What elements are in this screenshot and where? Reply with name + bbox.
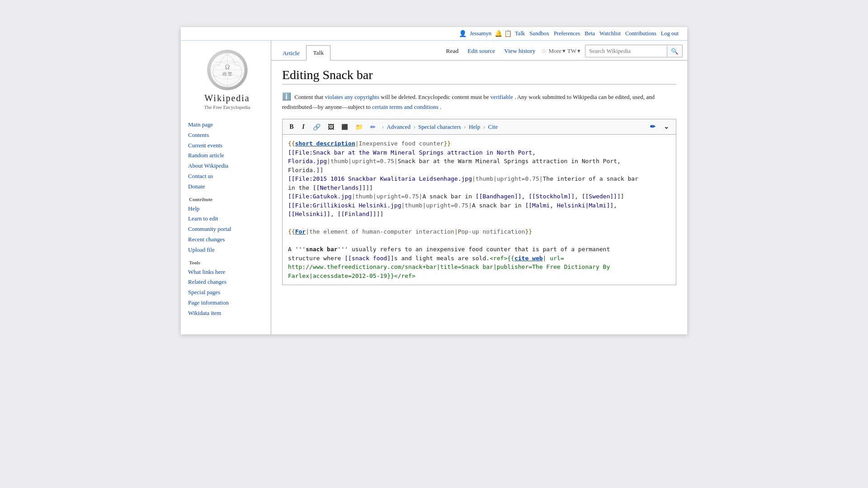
toolbar-sep-1: ›: [382, 123, 384, 131]
sidebar-item-help[interactable]: Help: [188, 204, 271, 214]
tw-button[interactable]: More ▾: [549, 47, 566, 55]
code-line-9: [[Helsinki]], [[Finland]]]]: [288, 210, 670, 219]
sidebar-item-random-article[interactable]: Random article: [188, 150, 271, 161]
sidebar-item-wikidata[interactable]: Wikidata item: [188, 308, 271, 319]
sidebar-item-about[interactable]: About Wikipedia: [188, 161, 271, 171]
tab-edit-source[interactable]: Edit source: [464, 45, 499, 57]
sidebar-item-what-links-here[interactable]: What links here: [188, 267, 271, 277]
top-bar: 👤 Jessamyn 🔔 📋 Talk Sandbox Preferences …: [181, 27, 687, 41]
wikipedia-logo: Ω 維 繁: [207, 50, 248, 90]
tabs-bar: Article Talk Read Edit source View histo…: [271, 41, 687, 61]
tw-selector[interactable]: TW ▾: [567, 47, 580, 55]
code-line-15: http://www.thefreedictionary.com/snack+b…: [288, 263, 670, 272]
sidebar-item-related-changes[interactable]: Related changes: [188, 277, 271, 287]
tab-talk[interactable]: Talk: [306, 45, 330, 61]
main-layout: Ω 維 繁 Wikipedia The Free Encyclopedia Ma…: [181, 41, 687, 334]
notice-text-4: .: [440, 103, 441, 110]
tools-section: Tools What links here Related changes Sp…: [188, 260, 271, 319]
code-line-11: {{For|the element of human-computer inte…: [288, 227, 670, 236]
toolbar-sep-4: ›: [483, 123, 485, 131]
bell-icon[interactable]: 🔔: [495, 30, 502, 38]
tw-label: More: [549, 47, 561, 55]
toolbar-advanced[interactable]: Advanced: [387, 123, 410, 131]
svg-text:維 繁: 維 繁: [222, 71, 232, 76]
code-line-6: in the [[Netherlands]]]]: [288, 183, 670, 192]
tools-title: Tools: [188, 260, 271, 265]
star-icon[interactable]: ☆: [541, 47, 547, 55]
notice-link-terms[interactable]: certain terms and conditions: [372, 103, 439, 110]
preferences-link[interactable]: Preferences: [554, 30, 580, 37]
toolbar-sep-2: ›: [413, 123, 415, 131]
code-line-16: Farlex|accessdate=2012-05-19}}</ref>: [288, 272, 670, 281]
notice-link-copyrights[interactable]: violates any copyrights: [325, 94, 379, 100]
toolbar-italic[interactable]: I: [298, 122, 309, 132]
search-box[interactable]: 🔍: [585, 45, 683, 57]
user-icon: 👤: [459, 30, 467, 38]
sidebar-item-current-events[interactable]: Current events: [188, 141, 271, 151]
sidebar-item-page-information[interactable]: Page information: [188, 298, 271, 308]
logout-link[interactable]: Log out: [661, 30, 679, 37]
toolbar-right: ✏ ⌄: [647, 121, 672, 132]
tab-view-history[interactable]: View history: [500, 45, 539, 57]
sidebar-item-upload-file[interactable]: Upload file: [188, 245, 271, 255]
search-input[interactable]: [585, 47, 667, 56]
sidebar-item-main-page[interactable]: Main page: [188, 120, 271, 130]
content-area: Article Talk Read Edit source View histo…: [271, 41, 687, 334]
toolbar-link[interactable]: 🔗: [310, 122, 324, 132]
sidebar-logo: Ω 維 繁 Wikipedia The Free Encyclopedia: [188, 45, 271, 116]
talk-link[interactable]: Talk: [515, 30, 525, 37]
toolbar-help[interactable]: Help: [469, 123, 480, 131]
nav-section: Main page Contents Current events Random…: [188, 120, 271, 192]
edit-toolbar: B I 🔗 🖼 ⬛ 📁 ✏ › Advanced › Special chara…: [282, 119, 676, 134]
code-line-2: [[File:Snack bar at the Warm Mineral Spr…: [288, 148, 670, 157]
code-line-1: {{short description|Inexpensive food cou…: [288, 139, 670, 148]
sidebar-item-learn-to-edit[interactable]: Learn to edit: [188, 214, 271, 224]
code-line-14: structure where [[snack food]]s and ligh…: [288, 254, 670, 263]
page-title: Editing Snack bar: [282, 68, 676, 84]
contribute-title: Contribute: [188, 197, 271, 202]
more-chevron-icon: ▾: [562, 47, 566, 55]
code-line-10: [288, 219, 670, 228]
watchlist-link[interactable]: Watchlist: [599, 30, 621, 37]
page-content: Editing Snack bar ℹ️ Content that violat…: [271, 61, 687, 334]
tab-read[interactable]: Read: [442, 45, 462, 57]
code-line-13: A '''snack bar''' usually refers to an i…: [288, 245, 670, 254]
notice-text-1: Content that: [294, 94, 325, 100]
sidebar-item-donate[interactable]: Donate: [188, 182, 271, 192]
code-line-5: [[File:2015 1016 Snackbar Kwalitaria Lei…: [288, 174, 670, 183]
sidebar-item-recent-changes[interactable]: Recent changes: [188, 235, 271, 245]
tab-article[interactable]: Article: [276, 46, 306, 61]
site-name: Wikipedia: [204, 93, 250, 103]
toolbar-media[interactable]: ⬛: [338, 122, 351, 132]
search-button[interactable]: 🔍: [667, 46, 682, 56]
toolbar-cite[interactable]: Cite: [488, 123, 498, 131]
sidebar: Ω 維 繁 Wikipedia The Free Encyclopedia Ma…: [181, 41, 271, 334]
toolbar-edit-icon[interactable]: ✏: [647, 121, 659, 132]
toolbar-bold[interactable]: B: [286, 122, 297, 132]
contributions-link[interactable]: Contributions: [625, 30, 656, 37]
username-link[interactable]: Jessamyn: [470, 30, 491, 37]
code-line-8: [[File:Grillikioski Helsinki.jpg|thumb|u…: [288, 201, 670, 210]
notice-text-2: will be deleted. Encyclopedic content mu…: [381, 94, 491, 100]
code-line-7: [[File:Gatukok.jpg|thumb|upright=0.75|A …: [288, 192, 670, 201]
code-line-12: [288, 236, 670, 245]
code-line-4: Florida.]]: [288, 166, 670, 175]
toolbar-image[interactable]: 🖼: [325, 122, 337, 132]
toolbar-special-chars[interactable]: Special characters: [418, 123, 461, 131]
info-icon: ℹ️: [282, 93, 291, 100]
sidebar-item-community-portal[interactable]: Community portal: [188, 224, 271, 235]
toolbar-pencil[interactable]: ✏: [367, 122, 379, 132]
sidebar-item-contact[interactable]: Contact us: [188, 171, 271, 182]
toolbar-sep-3: ›: [464, 123, 466, 131]
sidebar-item-special-pages[interactable]: Special pages: [188, 287, 271, 298]
tabs-right: Read Edit source View history ☆ More ▾ T…: [442, 45, 683, 60]
edit-area[interactable]: {{short description|Inexpensive food cou…: [282, 134, 676, 285]
sandbox-link[interactable]: Sandbox: [529, 30, 549, 37]
contribute-section: Contribute Help Learn to edit Community …: [188, 197, 271, 255]
toolbar-template[interactable]: 📁: [352, 122, 366, 132]
sidebar-item-contents[interactable]: Contents: [188, 130, 271, 141]
watchlist-icon[interactable]: 📋: [504, 30, 512, 38]
notice-link-verifiable[interactable]: verifiable: [491, 94, 513, 100]
beta-link[interactable]: Beta: [585, 30, 595, 37]
toolbar-expand[interactable]: ⌄: [660, 121, 672, 132]
